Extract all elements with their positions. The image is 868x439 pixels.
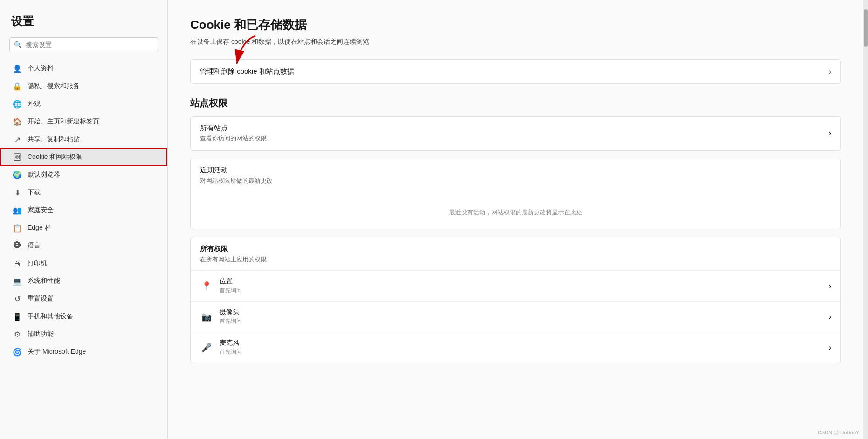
permission-microphone-text: 麦克风 首先询问 [220,339,829,356]
permission-camera[interactable]: 📷 摄像头 首先询问 › [191,301,840,332]
sidebar-item-label: 语言 [28,241,41,250]
sidebar-item-family[interactable]: 👥 家庭安全 [0,201,167,219]
all-sites-row[interactable]: 所有站点 查看你访问的网站的权限 › [191,117,840,150]
sidebar-item-privacy[interactable]: 🔒 隐私、搜索和服务 [0,77,167,95]
svg-rect-2 [18,155,20,157]
sidebar-item-label: 家庭安全 [28,206,54,214]
sidebar-item-edge-bar[interactable]: 📋 Edge 栏 [0,219,167,237]
permission-location-title: 位置 [220,277,829,286]
permission-microphone-sub: 首先询问 [220,348,829,356]
sidebar-item-label: Cookie 和网站权限 [28,153,82,161]
sidebar-item-cookies[interactable]: Cookie 和网站权限 [0,148,167,166]
permission-microphone-title: 麦克风 [220,339,829,347]
permission-microphone[interactable]: 🎤 麦克风 首先询问 › [191,332,840,363]
manage-cookies-label: 管理和删除 cookie 和站点数据 [200,67,829,76]
sidebar-item-mobile[interactable]: 📱 手机和其他设备 [0,308,167,325]
sidebar-item-accessibility[interactable]: ⚙ 辅助功能 [0,325,167,343]
print-icon: 🖨 [13,259,22,268]
sidebar-item-about[interactable]: 🌀 关于 Microsoft Edge [0,343,167,361]
sidebar-item-print[interactable]: 🖨 打印机 [0,254,167,272]
all-permissions-header: 所有权限 在所有网站上应用的权限 [191,237,840,270]
recent-activity-empty: 最近没有活动，网站权限的最新更改将显示在此处 [200,199,831,221]
sidebar-item-downloads[interactable]: ⬇ 下载 [0,184,167,201]
chevron-right-icon: › [829,313,831,321]
chevron-right-icon: › [829,282,831,290]
appearance-icon: 🌐 [13,99,22,109]
sidebar-item-label: 辅助功能 [28,330,54,338]
sidebar-item-profile[interactable]: 👤 个人资料 [0,60,167,77]
recent-activity-sub: 对网站权限所做的最新更改 [200,177,831,185]
edge-bar-icon: 📋 [13,223,22,233]
sidebar-item-label: 个人资料 [28,64,54,73]
manage-cookies-section: 管理和删除 cookie 和站点数据 › [190,59,841,84]
mobile-icon: 📱 [13,312,22,321]
sidebar-item-label: Edge 栏 [28,224,51,232]
camera-icon: 📷 [200,310,213,323]
all-sites-sub: 查看你访问的网站的权限 [200,134,829,143]
cookies-icon [13,152,22,162]
recent-activity-content: 近期活动 对网站权限所做的最新更改 最近没有活动，网站权限的最新更改将显示在此处 [191,158,840,229]
sidebar-item-start[interactable]: 🏠 开始、主页和新建标签页 [0,113,167,130]
family-icon: 👥 [13,206,22,215]
search-icon: 🔍 [14,41,22,48]
recent-activity-title: 近期活动 [200,166,831,175]
default-browser-icon: 🌍 [13,170,22,179]
sidebar-item-label: 重置设置 [28,295,54,303]
svg-rect-0 [14,154,21,160]
all-sites-card: 所有站点 查看你访问的网站的权限 › [190,116,841,151]
share-icon: ↗ [13,135,22,144]
permission-camera-sub: 首先询问 [220,317,829,325]
about-icon: 🌀 [13,347,22,357]
reset-icon: ↺ [13,294,22,303]
all-permissions-title: 所有权限 [200,245,831,254]
sidebar-item-label: 隐私、搜索和服务 [28,82,80,90]
sidebar-item-system[interactable]: 💻 系统和性能 [0,272,167,290]
site-permissions-title: 站点权限 [190,97,841,110]
start-icon: 🏠 [13,117,22,126]
scrollbar-thumb[interactable] [864,9,868,47]
watermark: CSDN @-BoBooY- [818,430,861,435]
privacy-icon: 🔒 [13,82,22,91]
sidebar-item-label: 共享、复制和粘贴 [28,135,80,144]
sidebar-item-share[interactable]: ↗ 共享、复制和粘贴 [0,130,167,148]
sidebar-item-label: 下载 [28,188,41,197]
search-input[interactable] [9,37,158,52]
sidebar-item-reset[interactable]: ↺ 重置设置 [0,290,167,308]
sidebar-item-label: 关于 Microsoft Edge [28,348,86,356]
location-icon: 📍 [200,280,213,293]
all-permissions-sub: 在所有网站上应用的权限 [200,255,831,264]
system-icon: 💻 [13,276,22,286]
sidebar-item-label: 系统和性能 [28,277,60,285]
downloads-icon: ⬇ [13,188,22,197]
microphone-icon: 🎤 [200,341,213,354]
sidebar-item-label: 外观 [28,100,41,108]
permission-location[interactable]: 📍 位置 首先询问 › [191,270,840,301]
manage-cookies-button[interactable]: 管理和删除 cookie 和站点数据 › [191,60,840,83]
permission-location-sub: 首先询问 [220,287,829,295]
language-icon: 🅐 [13,241,22,250]
sidebar-item-language[interactable]: 🅐 语言 [0,237,167,254]
accessibility-icon: ⚙ [13,329,22,339]
all-permissions-card: 所有权限 在所有网站上应用的权限 📍 位置 首先询问 › 📷 摄像头 首先询问 … [190,237,841,363]
all-sites-text: 所有站点 查看你访问的网站的权限 [200,124,829,143]
sidebar-item-appearance[interactable]: 🌐 外观 [0,95,167,113]
svg-rect-1 [15,155,17,157]
chevron-right-icon: › [829,129,831,137]
svg-rect-4 [18,158,20,159]
page-subtitle: 在设备上保存 cookie 和数据，以便在站点和会话之间连续浏览 [190,38,841,46]
sidebar: 设置 🔍 👤 个人资料 🔒 隐私、搜索和服务 🌐 外观 🏠 开始、主页和新建标签… [0,0,168,439]
chevron-right-icon: › [829,343,831,352]
sidebar-item-label: 默认浏览器 [28,171,60,179]
recent-activity-card: 近期活动 对网站权限所做的最新更改 最近没有活动，网站权限的最新更改将显示在此处 [190,158,841,229]
sidebar-item-label: 打印机 [28,259,47,268]
scrollbar-track[interactable] [863,0,868,439]
svg-rect-3 [15,158,17,159]
page-title: Cookie 和已存储数据 [190,17,841,33]
permission-location-text: 位置 首先询问 [220,277,829,295]
chevron-right-icon: › [829,68,831,76]
manage-cookies-card: 管理和删除 cookie 和站点数据 › [190,59,841,84]
search-box: 🔍 [9,37,158,52]
sidebar-item-default-browser[interactable]: 🌍 默认浏览器 [0,166,167,184]
profile-icon: 👤 [13,64,22,73]
sidebar-item-label: 手机和其他设备 [28,312,73,321]
